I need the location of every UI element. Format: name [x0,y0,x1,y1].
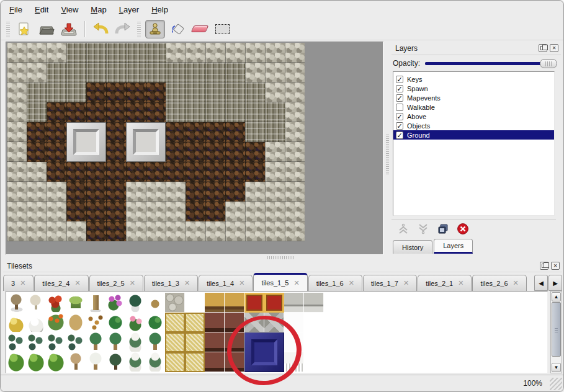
tileset-tile-dark-palm-leaf[interactable] [125,293,145,313]
tileset-tile-empty[interactable] [304,313,324,332]
tileset-tile-small-bushes[interactable] [26,332,46,352]
tab-close-icon[interactable]: ✕ [184,279,190,287]
map-tile-cliff-rock[interactable] [106,43,126,63]
map-tile-brown-shingle-floor[interactable] [106,102,126,122]
map-tile-scale-rock-ground[interactable] [225,221,245,241]
map-tile-scale-rock-ground[interactable] [166,182,186,202]
tileset-tile-purple-flowers[interactable] [105,293,125,313]
splitter-grip[interactable] [267,256,295,259]
map-tile-scale-rock-ground[interactable] [285,142,305,162]
tileset-tile-lily-pad[interactable] [105,313,125,332]
layer-checkbox[interactable]: ✓ [396,76,403,83]
tileset-tile-lily-pad[interactable] [145,313,165,332]
map-tile-scale-rock-ground[interactable] [27,43,47,63]
map-tile-cliff-rock[interactable] [86,43,106,63]
tileset-tile-white-branch-tree[interactable] [26,293,46,313]
map-tile-brown-shingle-floor[interactable] [205,122,225,142]
map-tile-scale-rock-ground[interactable] [7,82,27,102]
map-tile-brown-shingle-floor[interactable] [146,162,166,182]
lower-layer-button[interactable] [416,222,430,236]
menu-view[interactable]: View [55,2,84,17]
map-tile-cliff-rock[interactable] [166,82,186,102]
tileset-tile-maroon-cushion-tile[interactable] [205,313,225,332]
raise-layer-button[interactable] [396,222,410,236]
layer-row-objects[interactable]: ✓Objects [393,121,554,130]
layer-row-ground[interactable]: ✓Ground [393,130,554,140]
map-tile-scale-rock-ground[interactable] [7,43,27,63]
map-tile-brown-shingle-floor[interactable] [205,142,225,162]
map-tile-brown-shingle-floor[interactable] [86,182,106,202]
map-tile-brown-shingle-floor[interactable] [106,82,126,102]
tileset-tab-3[interactable]: 3✕ [3,275,34,291]
map-tile-brown-shingle-floor[interactable] [47,122,66,142]
tileset-tile-bare-tree[interactable] [66,352,86,372]
map-tile-brown-shingle-floor[interactable] [205,162,225,182]
float-panel-button[interactable] [539,44,547,52]
layer-row-mapevents[interactable]: ✓Mapevents [393,93,554,102]
tileset-tile-white-tile[interactable] [284,313,304,332]
tileset-tile-stone-cobble-tile[interactable] [165,293,185,313]
opacity-slider[interactable] [425,58,557,68]
map-tile-brown-shingle-floor[interactable] [86,82,106,102]
map-tile-scale-rock-ground[interactable] [265,182,285,202]
tab-close-icon[interactable]: ✕ [74,279,80,287]
tileset-tile-palm-tree[interactable] [145,332,165,352]
map-tile-brown-shingle-floor[interactable] [166,122,186,142]
map-tile-scale-rock-ground[interactable] [47,221,66,241]
map-tile-brown-shingle-floor[interactable] [186,182,205,202]
tileset-tab-tiles_2_6[interactable]: tiles_2_6✕ [472,275,526,291]
map-tile-scale-rock-ground[interactable] [7,102,27,122]
tileset-tile-scattered-leaves[interactable] [86,313,105,332]
map-tile-brown-shingle-floor[interactable] [106,142,126,162]
tileset-tile-small-bushes[interactable] [66,332,86,352]
layer-checkbox[interactable]: ✓ [396,122,403,130]
tileset-tile-palm-tree[interactable] [105,332,125,352]
map-tile-brown-shingle-floor[interactable] [66,162,86,182]
map-tile-scale-rock-ground[interactable] [225,43,245,63]
menu-map[interactable]: Map [84,2,112,17]
close-panel-button[interactable]: ✕ [550,44,558,52]
map-tile-brown-shingle-floor[interactable] [66,102,86,122]
menu-edit[interactable]: Edit [29,2,55,17]
tileset-content[interactable] [6,291,548,373]
map-tile-scale-rock-ground[interactable] [146,202,166,221]
scrollbar-thumb[interactable] [552,302,561,357]
map-tile-brown-shingle-floor[interactable] [106,122,126,142]
map-tile-scale-rock-ground[interactable] [7,63,27,82]
opacity-slider-handle[interactable] [540,59,557,68]
map-tile-brown-shingle-floor[interactable] [66,202,86,221]
map-tile-cliff-rock[interactable] [66,43,86,63]
map-tile-scale-rock-ground[interactable] [285,43,305,63]
map-tile-cliff-rock[interactable] [225,102,245,122]
map-tile-scale-rock-ground[interactable] [265,162,285,182]
tileset-tile-dry-plant[interactable] [145,293,165,313]
map-tile-brown-shingle-floor[interactable] [47,162,66,182]
map-tile-brown-shingle-floor[interactable] [166,162,186,182]
tileset-tile-dark-tree[interactable] [105,352,125,372]
map-tile-brown-shingle-floor[interactable] [106,221,126,241]
tileset-tile-grass-tuft[interactable] [66,313,86,332]
tileset-tile-empty[interactable] [304,352,324,372]
tab-close-icon[interactable]: ✕ [458,279,463,287]
layer-checkbox[interactable] [396,104,403,111]
tilesets-panel-titlebar[interactable]: Tilesets ✕ [3,260,562,272]
dock-tab-history[interactable]: History [393,240,432,254]
tileset-tile-green-stump[interactable] [66,293,86,313]
map-tile-scale-rock-ground[interactable] [245,182,265,202]
map-tile-cliff-rock[interactable] [186,63,205,82]
tileset-tile-snowy-pine[interactable] [125,352,145,372]
tileset-tile-straw-mound[interactable] [6,313,26,332]
map-tile-cliff-rock[interactable] [47,63,66,82]
map-tile-scale-rock-ground[interactable] [47,202,66,221]
menu-help[interactable]: Help [145,2,174,17]
map-tile-cliff-rock[interactable] [66,63,86,82]
map-tile-scale-rock-ground[interactable] [7,162,27,182]
tileset-tile-silver-tile[interactable] [304,293,324,313]
map-tile-scale-rock-ground[interactable] [285,102,305,122]
map-tile-scale-rock-ground[interactable] [7,202,27,221]
layer-checkbox[interactable]: ✓ [396,85,403,92]
map-tile-scale-rock-ground[interactable] [186,221,205,241]
tileset-tile-tan-rug-tile[interactable] [185,332,205,352]
layer-row-spawn[interactable]: ✓Spawn [393,84,554,93]
map-tile-brown-shingle-floor[interactable] [146,102,166,122]
